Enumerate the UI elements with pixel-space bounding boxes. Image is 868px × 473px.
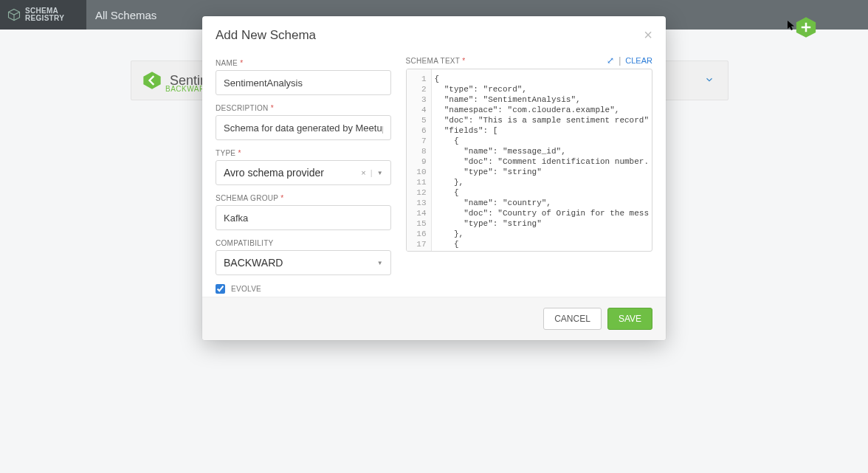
clear-link[interactable]: CLEAR [625,56,652,65]
logo-text-line2: REGISTRY [25,15,64,22]
code-line: "name": "SentimentAnalysis", [435,94,649,105]
field-name: NAME * [216,59,391,95]
label-evolve: EVOLVE [231,285,261,293]
code-line: }, [435,229,649,239]
line-gutter: 1234567891011121314151617 [407,69,432,251]
caret-down-icon: ▼ [377,170,383,176]
schema-group-input[interactable] [216,205,391,230]
type-value: Avro schema provider [224,167,324,179]
field-description: DESCRIPTION * [216,104,391,140]
code-line: "type": "string" [435,167,649,177]
required-star: * [240,59,243,67]
code-line: { [435,187,649,198]
code-line: "doc": "This is a sample sentiment recor… [435,115,649,125]
label-name: NAME * [216,59,391,67]
line-number: 16 [408,229,427,239]
caret-down-icon: ▼ [377,260,383,266]
form-right-col: SCHEMA TEXT * ⤢ | CLEAR 1234567891011121… [406,55,652,294]
code-line: { [435,239,649,249]
required-star: * [280,194,283,202]
save-button[interactable]: SAVE [607,308,652,330]
code-line: "doc": "Country of Origin for the mess [435,208,649,218]
line-number: 10 [408,167,427,177]
required-star: * [271,104,274,112]
code-line: "type": "string" [435,218,649,229]
code-line: "name": "message_id", [435,146,649,156]
modal-title: Add New Schema [216,28,316,43]
modal-footer: CANCEL SAVE [202,297,666,340]
line-number: 8 [408,146,427,156]
code-line: "type": "record", [435,84,649,94]
label-schema-group: SCHEMA GROUP * [216,194,391,202]
form-left-col: NAME * DESCRIPTION * TYPE * Avro schema … [216,55,391,294]
page-title: All Schemas [95,9,156,21]
line-number: 9 [408,156,427,167]
description-input[interactable] [216,115,391,140]
schema-text-header: SCHEMA TEXT * ⤢ | CLEAR [406,55,652,66]
label-text: SCHEMA TEXT [406,57,461,65]
select-divider: | [371,168,373,177]
compatibility-value: BACKWARD [224,257,283,269]
back-hex-icon [142,70,162,91]
close-icon[interactable]: × [644,27,652,44]
app-logo[interactable]: SCHEMA REGISTRY [0,0,86,30]
code-content: { "type": "record", "name": "SentimentAn… [432,69,652,251]
line-number: 2 [408,84,427,94]
code-line: { [435,136,649,146]
divider: | [619,55,621,66]
cursor-icon [788,21,796,31]
add-schema-modal: Add New Schema × NAME * DESCRIPTION * TY… [202,16,666,340]
code-line: { [435,74,649,84]
clear-type-icon[interactable]: × [361,168,365,177]
logo-text: SCHEMA REGISTRY [25,7,64,22]
schema-text-editor[interactable]: 1234567891011121314151617 { "type": "rec… [406,69,652,252]
field-evolve: EVOLVE [216,284,391,294]
label-compatibility: COMPATIBILITY [216,239,391,247]
compatibility-select[interactable]: BACKWARD ▼ [216,250,391,275]
required-star: * [462,57,465,65]
label-text: NAME [216,59,238,67]
chevron-down-icon[interactable] [704,75,714,87]
name-input[interactable] [216,70,391,95]
add-schema-button[interactable] [795,16,817,38]
field-schema-group: SCHEMA GROUP * [216,194,391,230]
cancel-button[interactable]: CANCEL [543,308,602,330]
field-compatibility: COMPATIBILITY BACKWARD ▼ [216,239,391,275]
label-text: DESCRIPTION [216,104,269,112]
label-text: TYPE [216,149,235,157]
line-number: 3 [408,94,427,105]
label-schema-text: SCHEMA TEXT * [406,57,466,65]
line-number: 1 [408,74,427,84]
field-type: TYPE * Avro schema provider × | ▼ [216,149,391,185]
code-line: "doc": "Comment identification number. [435,156,649,167]
type-select[interactable]: Avro schema provider × | ▼ [216,160,391,185]
line-number: 11 [408,177,427,187]
line-number: 12 [408,187,427,198]
line-number: 17 [408,239,427,249]
code-line: "name": "country", [435,198,649,208]
line-number: 5 [408,115,427,125]
line-number: 15 [408,218,427,229]
line-number: 6 [408,125,427,136]
required-star: * [238,149,241,157]
modal-header: Add New Schema × [202,16,666,51]
label-type: TYPE * [216,149,391,157]
label-description: DESCRIPTION * [216,104,391,112]
svg-marker-2 [143,72,160,89]
cube-icon [7,8,21,21]
code-line: "fields": [ [435,125,649,136]
modal-body: NAME * DESCRIPTION * TYPE * Avro schema … [202,51,666,297]
line-number: 14 [408,208,427,218]
evolve-checkbox[interactable] [216,284,225,294]
label-text: SCHEMA GROUP [216,194,278,202]
expand-icon[interactable]: ⤢ [607,55,614,66]
code-line: "namespace": "com.cloudera.example", [435,105,649,115]
line-number: 13 [408,198,427,208]
line-number: 7 [408,136,427,146]
code-line: }, [435,177,649,187]
line-number: 4 [408,105,427,115]
